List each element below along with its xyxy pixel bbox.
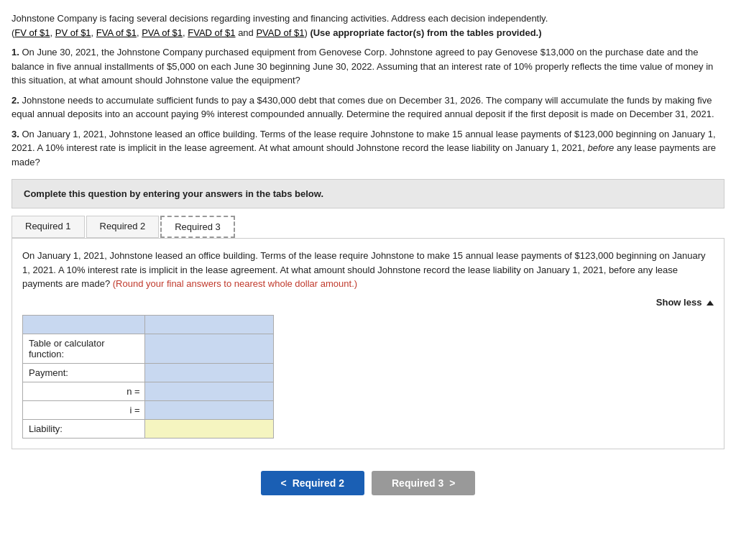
calc-table: Table or calculator function: Payment: n… (22, 315, 274, 439)
row-input-function[interactable] (144, 334, 273, 363)
prev-button[interactable]: < Required 2 (261, 471, 364, 495)
n-input[interactable] (151, 386, 267, 397)
table-row: n = (23, 382, 274, 400)
row-label-function: Table or calculator function: (23, 334, 145, 363)
row-input-liability[interactable] (144, 419, 273, 438)
show-less-button[interactable]: Show less (22, 297, 714, 308)
header-label-cell (23, 315, 145, 334)
table-row: Table or calculator function: (23, 334, 274, 363)
round-note: (Round your final answers to nearest who… (113, 278, 357, 289)
complete-box: Complete this question by entering your … (12, 179, 724, 208)
row-input-n[interactable] (144, 382, 273, 400)
tab-description: On January 1, 2021, Johnstone leased an … (22, 249, 714, 291)
pva-link[interactable]: PVA of $1 (142, 27, 183, 38)
tab-required-1[interactable]: Required 1 (12, 216, 85, 238)
problem3-text: 3. On January 1, 2021, Johnstone leased … (12, 127, 724, 170)
triangle-up-icon (707, 300, 714, 306)
pv-link[interactable]: PV of $1 (55, 27, 91, 38)
row-label-i: i = (23, 400, 145, 419)
row-input-i[interactable] (144, 400, 273, 419)
intro-opening: Johnstone Company is facing several deci… (12, 12, 724, 40)
row-label-n: n = (23, 382, 145, 400)
bottom-nav: < Required 2 Required 3 > (12, 471, 724, 495)
bold-instruction: (Use appropriate factor(s) from the tabl… (310, 27, 541, 38)
problem2-text: 2. Johnstone needs to accumulate suffici… (12, 93, 724, 121)
left-arrow-icon: < (281, 477, 287, 489)
row-label-liability: Liability: (23, 419, 145, 438)
tab-required-2[interactable]: Required 2 (86, 216, 160, 238)
function-input[interactable] (151, 343, 267, 354)
tabs-row: Required 1 Required 2 Required 3 (12, 216, 724, 238)
pvad-link[interactable]: PVAD of $1 (256, 27, 304, 38)
problem1-text: 1. On June 30, 2021, the Johnstone Compa… (12, 45, 724, 88)
table-row: Payment: (23, 363, 274, 382)
fv-link[interactable]: FV of $1 (14, 27, 50, 38)
row-label-payment: Payment: (23, 363, 145, 382)
tab-required-3[interactable]: Required 3 (160, 216, 235, 238)
right-arrow-icon: > (449, 477, 455, 489)
fva-link[interactable]: FVA of $1 (96, 27, 137, 38)
table-row: Liability: (23, 419, 274, 438)
fvad-link[interactable]: FVAD of $1 (188, 27, 235, 38)
liability-input[interactable] (151, 423, 267, 434)
intro-section: Johnstone Company is facing several deci… (12, 12, 724, 169)
next-button[interactable]: Required 3 > (372, 471, 475, 495)
table-row: i = (23, 400, 274, 419)
tab-content-area: On January 1, 2021, Johnstone leased an … (12, 238, 724, 449)
header-input-cell (144, 315, 273, 334)
i-input[interactable] (151, 405, 267, 416)
row-input-payment[interactable] (144, 363, 273, 382)
payment-input[interactable] (151, 367, 267, 378)
